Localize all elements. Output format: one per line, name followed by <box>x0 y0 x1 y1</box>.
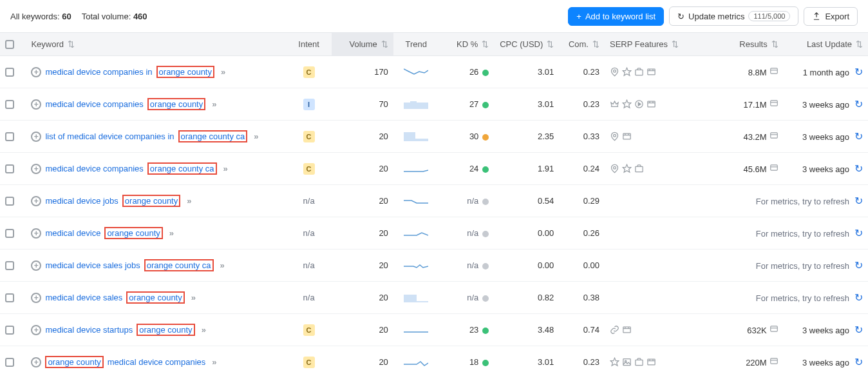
table-row: + medical device sales orange county »n/… <box>0 282 868 314</box>
serp-snapshot-icon[interactable] <box>769 358 778 367</box>
keyword-highlight: orange county ca <box>147 162 217 175</box>
col-trend[interactable]: Trend <box>393 33 439 56</box>
keyword-link[interactable]: + medical device sales orange county » <box>31 291 194 304</box>
refresh-row-button[interactable]: ↻ <box>854 260 863 271</box>
col-results[interactable]: Results⇅ <box>719 33 784 56</box>
table-row: + medical device jobs orange county »n/a… <box>0 185 868 217</box>
select-all-checkbox[interactable] <box>5 40 14 49</box>
keyword-link[interactable]: + medical device companies orange county… <box>31 98 214 110</box>
expand-icon[interactable]: + <box>31 228 41 239</box>
row-checkbox[interactable] <box>5 68 14 77</box>
update-metrics-button[interactable]: ↻Update metrics111/5,000 <box>669 6 798 26</box>
kd-dot-icon <box>482 231 489 237</box>
expand-icon[interactable]: + <box>31 99 41 110</box>
expand-icon[interactable]: + <box>31 196 41 206</box>
expand-icon[interactable]: + <box>31 325 41 335</box>
row-checkbox[interactable] <box>5 293 14 302</box>
refresh-row-button[interactable]: ↻ <box>854 228 863 239</box>
last-update: 3 weeks ago <box>802 100 849 110</box>
refresh-row-button[interactable]: ↻ <box>854 292 863 303</box>
row-checkbox[interactable] <box>5 229 14 238</box>
col-cpc[interactable]: CPC (USD)⇅ <box>494 33 559 56</box>
cpc-cell: 3.48 <box>494 314 559 346</box>
keyword-link[interactable]: + medical device startups orange county … <box>31 324 203 336</box>
row-checkbox[interactable] <box>5 358 14 367</box>
refresh-row-button[interactable]: ↻ <box>854 66 863 77</box>
play-icon <box>634 99 644 109</box>
row-checkbox[interactable] <box>5 164 14 173</box>
chevron-right-icon[interactable]: » <box>202 325 204 335</box>
serp-features <box>610 357 713 367</box>
last-update: 3 weeks ago <box>802 132 849 142</box>
serp-snapshot-icon[interactable] <box>769 100 778 110</box>
keyword-link[interactable]: + medical device orange county » <box>31 227 172 239</box>
svg-marker-28 <box>623 164 631 172</box>
refresh-row-button[interactable]: ↻ <box>854 324 863 335</box>
expand-icon[interactable]: + <box>31 132 41 142</box>
expand-icon[interactable]: + <box>31 293 41 303</box>
expand-icon[interactable]: + <box>31 164 41 174</box>
expand-icon[interactable]: + <box>31 357 41 367</box>
refresh-row-button[interactable]: ↻ <box>854 357 863 367</box>
export-button[interactable]: Export <box>804 7 858 26</box>
chevron-right-icon[interactable]: » <box>254 132 256 141</box>
refresh-row-button[interactable]: ↻ <box>854 163 863 174</box>
svg-marker-39 <box>610 358 619 366</box>
col-kd[interactable]: KD %⇅ <box>439 33 495 56</box>
table-row: + medical device companies orange county… <box>0 88 868 121</box>
serp-snapshot-icon[interactable] <box>769 326 778 335</box>
chevron-right-icon[interactable]: » <box>187 196 189 206</box>
refresh-row-button[interactable]: ↻ <box>854 131 863 142</box>
row-checkbox[interactable] <box>5 132 14 141</box>
intent-badge: C <box>303 163 315 175</box>
video-icon <box>646 67 656 77</box>
keyword-link[interactable]: + list of medical device companies in or… <box>31 130 256 142</box>
expand-icon[interactable]: + <box>31 67 41 77</box>
row-checkbox[interactable] <box>5 261 14 270</box>
add-keyword-button[interactable]: +Add to keyword list <box>568 7 664 26</box>
chevron-right-icon[interactable]: » <box>169 228 172 238</box>
keyword-link[interactable]: + medical device companies orange county… <box>31 162 225 175</box>
kd-dot-icon <box>482 360 489 366</box>
sort-icon: ⇅ <box>547 39 554 49</box>
keyword-highlight: orange county <box>126 291 184 304</box>
chevron-right-icon[interactable]: » <box>221 67 223 77</box>
volume-cell: 20 <box>332 346 393 373</box>
row-checkbox[interactable] <box>5 326 14 335</box>
keywords-table: Keyword⇅ Intent Volume⇅ Trend KD %⇅ CPC … <box>0 32 868 372</box>
svg-rect-17 <box>770 101 777 106</box>
keyword-link[interactable]: + orange county medical device companies… <box>31 356 214 368</box>
svg-marker-10 <box>623 100 631 108</box>
cpc-cell: 0.00 <box>494 217 559 250</box>
serp-snapshot-icon[interactable] <box>769 164 778 174</box>
row-checkbox[interactable] <box>5 197 14 206</box>
svg-rect-2 <box>636 70 643 75</box>
results-cell: 17.1M <box>719 88 784 121</box>
all-keywords-label: All keywords: <box>10 12 60 21</box>
chevron-right-icon[interactable]: » <box>223 164 226 173</box>
keyword-link[interactable]: + medical device companies in orange cou… <box>31 66 223 78</box>
col-update[interactable]: Last Update⇅ <box>784 33 868 56</box>
svg-rect-47 <box>770 358 777 364</box>
expand-icon[interactable]: + <box>31 260 41 271</box>
serp-snapshot-icon[interactable] <box>769 132 778 142</box>
row-checkbox[interactable] <box>5 100 14 109</box>
keyword-link[interactable]: + medical device jobs orange county » <box>31 195 189 207</box>
keyword-highlight: orange county <box>156 66 214 78</box>
chevron-right-icon[interactable]: » <box>212 357 214 367</box>
col-serp[interactable]: SERP Features⇅ <box>605 33 719 56</box>
refresh-row-button[interactable]: ↻ <box>854 195 863 206</box>
chevron-right-icon[interactable]: » <box>220 260 223 270</box>
refresh-row-button[interactable]: ↻ <box>854 99 863 110</box>
chevron-right-icon[interactable]: » <box>191 293 194 302</box>
serp-snapshot-icon[interactable] <box>769 68 778 77</box>
svg-marker-1 <box>623 68 631 75</box>
chevron-right-icon[interactable]: » <box>212 99 214 109</box>
col-intent[interactable]: Intent <box>286 33 332 56</box>
col-volume[interactable]: Volume⇅ <box>332 33 393 56</box>
com-cell: 0.23 <box>559 56 605 88</box>
keyword-link[interactable]: + medical device sales jobs orange count… <box>31 259 222 271</box>
col-com[interactable]: Com.⇅ <box>559 33 605 56</box>
total-volume-value: 460 <box>133 12 147 21</box>
col-keyword[interactable]: Keyword⇅ <box>26 33 286 56</box>
